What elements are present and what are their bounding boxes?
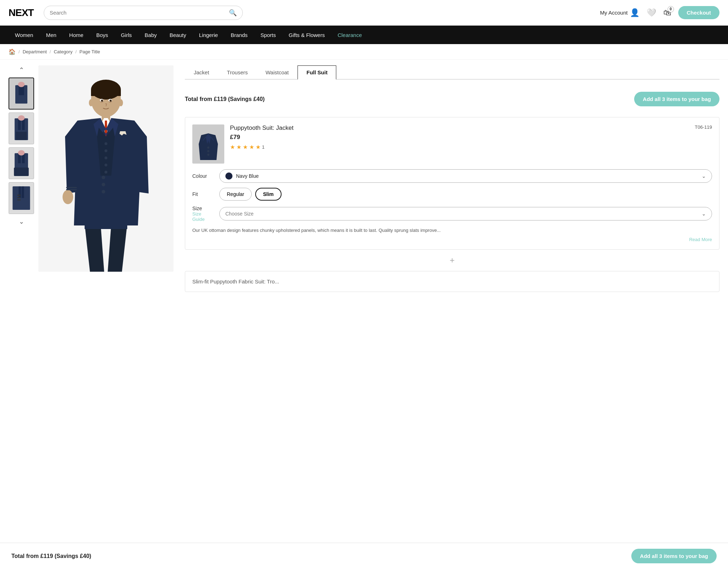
size-selector-row: Size Size Guide Choose Size ⌄: [192, 206, 712, 222]
nav-item-women[interactable]: Women: [9, 26, 39, 44]
breadcrumb-sep-2: /: [50, 49, 51, 54]
nav-item-home[interactable]: Home: [63, 26, 90, 44]
svg-rect-21: [17, 195, 21, 196]
star-4: ★: [249, 144, 254, 150]
svg-point-62: [119, 99, 123, 106]
fit-options: Regular Slim: [219, 188, 282, 201]
svg-point-9: [18, 115, 25, 121]
thumbnail-3[interactable]: [9, 147, 34, 179]
size-guide-link[interactable]: Size Guide: [192, 211, 214, 222]
product-name: Puppytooth Suit: Jacket: [230, 124, 294, 132]
thumbnail-4[interactable]: [9, 182, 34, 214]
svg-point-64: [207, 147, 209, 149]
bag-count: 0: [668, 6, 674, 12]
tab-full-suit[interactable]: Full Suit: [298, 65, 336, 80]
home-icon[interactable]: 🏠: [9, 48, 16, 55]
svg-rect-10: [16, 132, 27, 140]
svg-point-59: [101, 100, 103, 102]
svg-rect-28: [91, 90, 121, 96]
thumbnail-2[interactable]: [9, 112, 34, 144]
nav-item-clearance[interactable]: Clearance: [331, 26, 368, 44]
svg-point-51: [102, 190, 105, 193]
wishlist-icon[interactable]: 🤍: [647, 8, 656, 17]
colour-label: Colour: [192, 173, 214, 179]
star-count: 1: [262, 144, 264, 150]
fit-slim-button[interactable]: Slim: [255, 188, 282, 201]
star-half: ★: [256, 144, 261, 150]
product-info: Puppytooth Suit: Jacket £79 ★ ★ ★ ★ ★ 1: [230, 124, 712, 164]
breadcrumb-sep-1: /: [18, 49, 20, 54]
star-3: ★: [243, 144, 248, 150]
nav-item-gifts[interactable]: Gifts & Flowers: [282, 26, 331, 44]
size-label-col: Size Size Guide: [192, 206, 214, 222]
search-input[interactable]: [50, 10, 226, 16]
svg-point-66: [207, 154, 209, 156]
fit-label: Fit: [192, 191, 214, 197]
breadcrumb-department[interactable]: Department: [23, 49, 47, 54]
svg-point-47: [105, 171, 107, 174]
svg-point-46: [105, 164, 107, 166]
svg-rect-18: [12, 186, 30, 210]
product-thumbnail: [192, 124, 224, 164]
thumbnail-1[interactable]: [9, 78, 34, 110]
tab-jacket[interactable]: Jacket: [185, 65, 218, 80]
svg-point-45: [105, 156, 107, 159]
svg-point-60: [109, 100, 112, 102]
product-meta: Puppytooth Suit: Jacket £79 ★ ★ ★ ★ ★ 1: [230, 124, 712, 150]
product-card-jacket: Puppytooth Suit: Jacket £79 ★ ★ ★ ★ ★ 1: [185, 117, 719, 250]
star-1: ★: [230, 144, 235, 150]
size-dropdown[interactable]: Choose Size ⌄: [219, 207, 712, 220]
nav-item-men[interactable]: Men: [39, 26, 63, 44]
size-label: Size: [192, 206, 214, 211]
gallery: ⌃: [9, 65, 173, 292]
svg-rect-22: [17, 197, 21, 198]
checkout-button[interactable]: Checkout: [678, 6, 719, 19]
colour-dropdown[interactable]: Navy Blue ⌄: [219, 169, 712, 183]
breadcrumb: 🏠 / Department / Category / Page Title: [0, 44, 728, 60]
bag-icon-wrap[interactable]: 🛍 0: [663, 8, 671, 17]
total-text: Total from £119 (Savings £40): [185, 96, 265, 102]
add-all-button[interactable]: Add all 3 items to your bag: [634, 92, 719, 106]
svg-rect-23: [17, 200, 21, 201]
product-stars: ★ ★ ★ ★ ★ 1: [230, 144, 294, 150]
logo: NEXT: [9, 7, 34, 18]
product-card-trousers-partial: Slim-fit Puppytooth Fabric Suit: Tro...: [185, 271, 719, 292]
svg-point-48: [63, 190, 73, 204]
nav-item-sports[interactable]: Sports: [254, 26, 282, 44]
svg-point-15: [18, 150, 25, 155]
svg-point-44: [105, 149, 107, 152]
nav-item-baby[interactable]: Baby: [138, 26, 163, 44]
colour-swatch: [225, 172, 232, 180]
product-name-price: Puppytooth Suit: Jacket £79 ★ ★ ★ ★ ★ 1: [230, 124, 294, 150]
product-details: Jacket Trousers Waistcoat Full Suit Tota…: [185, 65, 719, 292]
svg-rect-54: [66, 189, 77, 190]
my-account[interactable]: My Account 👤: [600, 8, 639, 17]
tab-waistcoat[interactable]: Waistcoat: [257, 65, 298, 80]
search-icon: 🔍: [229, 9, 237, 17]
nav-item-lingerie[interactable]: Lingerie: [193, 26, 224, 44]
tab-trousers[interactable]: Trousers: [218, 65, 257, 80]
nav-item-beauty[interactable]: Beauty: [163, 26, 193, 44]
nav-item-brands[interactable]: Brands: [224, 26, 254, 44]
main-product-image: [38, 65, 173, 272]
nav-item-boys[interactable]: Boys: [90, 26, 114, 44]
svg-point-61: [89, 99, 93, 106]
product-price: £79: [230, 134, 294, 141]
product-code: T06-119: [695, 124, 712, 130]
next-product-name: Slim-fit Puppytooth Fabric Suit: Tro...: [192, 278, 279, 284]
star-2: ★: [236, 144, 241, 150]
breadcrumb-category[interactable]: Category: [54, 49, 73, 54]
svg-rect-52: [85, 222, 127, 229]
svg-point-43: [105, 142, 107, 145]
svg-rect-20: [22, 186, 24, 198]
svg-point-65: [207, 150, 209, 152]
size-placeholder: Choose Size: [225, 211, 253, 217]
thumbnails: ⌃: [9, 65, 34, 292]
thumb-down-nav[interactable]: ⌄: [9, 217, 34, 226]
thumb-up-nav[interactable]: ⌃: [9, 65, 34, 75]
nav-item-girls[interactable]: Girls: [114, 26, 138, 44]
fit-regular-button[interactable]: Regular: [219, 188, 252, 201]
read-more-link[interactable]: Read More: [192, 237, 712, 242]
search-bar[interactable]: 🔍: [44, 6, 243, 20]
colour-chevron-icon: ⌄: [702, 173, 706, 179]
